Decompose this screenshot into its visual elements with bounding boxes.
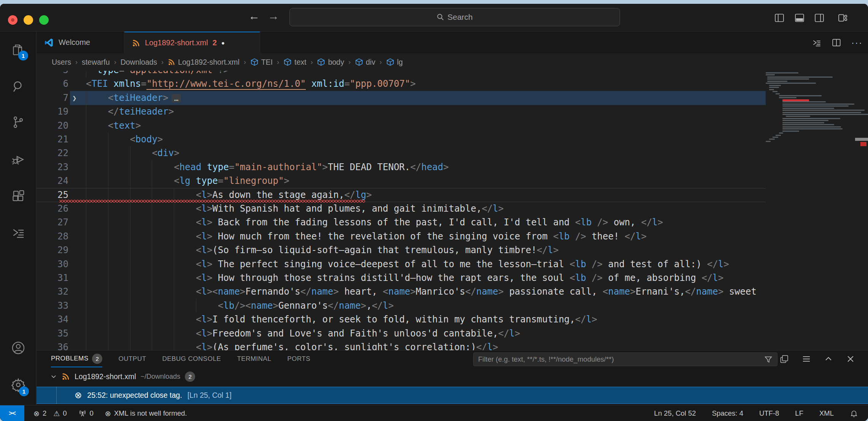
- code-line-30[interactable]: 30<l> The perfect singing voice—deepest …: [37, 257, 766, 271]
- code-line-23[interactable]: 23<head type="main-authorial">THE DEAD T…: [37, 160, 766, 174]
- line-number[interactable]: 22: [37, 146, 68, 160]
- code-line-21[interactable]: 21<body>: [37, 132, 766, 147]
- line-number[interactable]: 34: [37, 313, 68, 327]
- breadcrumb-item-log1892-short-xml[interactable]: Log1892-short.xml: [168, 58, 240, 67]
- line-number[interactable]: 32: [37, 285, 68, 299]
- close-button[interactable]: [8, 15, 17, 25]
- breadcrumb-item-text[interactable]: text: [283, 58, 306, 67]
- problem-error-row[interactable]: ⊗ 25:52: unexpected close tag. [Ln 25, C…: [37, 387, 868, 404]
- chevron-down-icon[interactable]: [50, 373, 57, 380]
- problems-filter-input[interactable]: Filter (e.g. text, **/*.ts, !**/node_mod…: [473, 352, 777, 366]
- line-number[interactable]: 5: [37, 71, 68, 77]
- breadcrumb-item-div[interactable]: div: [355, 58, 375, 67]
- line-number[interactable]: 23: [37, 160, 68, 174]
- remote-indicator[interactable]: ><: [0, 405, 24, 421]
- code-line-7[interactable]: 7❯<teiHeader>…: [37, 91, 766, 105]
- run-debug-icon[interactable]: [0, 146, 37, 173]
- line-number[interactable]: 30: [37, 257, 68, 271]
- encoding-status[interactable]: UTF-8: [759, 409, 779, 418]
- panel-tab-ports[interactable]: PORTS: [287, 351, 310, 367]
- tab-welcome[interactable]: Welcome: [37, 32, 124, 53]
- search-view-icon[interactable]: [0, 73, 37, 100]
- code-line-19[interactable]: 19</teiHeader>: [37, 105, 766, 119]
- line-number[interactable]: 19: [37, 105, 68, 119]
- ports-status[interactable]: 0: [78, 409, 94, 418]
- panel-tab-terminal[interactable]: TERMINAL: [237, 351, 271, 367]
- line-number[interactable]: 7: [37, 91, 68, 105]
- code-line-26[interactable]: 26<l>With Spanish hat and plumes, and ga…: [37, 202, 766, 216]
- code-line-33[interactable]: 33<lb/><name>Gennaro's</name>,</l>: [37, 299, 766, 313]
- breadcrumb-item-body[interactable]: body: [317, 58, 344, 67]
- close-panel-icon[interactable]: [846, 354, 855, 364]
- panel-tab-problems[interactable]: PROBLEMS2: [51, 351, 102, 367]
- scrollbar-thumb[interactable]: [855, 138, 868, 141]
- line-number[interactable]: 33: [37, 299, 68, 313]
- language-mode[interactable]: XML: [819, 409, 834, 418]
- code-line-20[interactable]: 20<text>: [37, 119, 766, 133]
- collapse-all-icon[interactable]: [780, 354, 789, 364]
- line-number[interactable]: 20: [37, 119, 68, 133]
- code-line-27[interactable]: 27<l> Back from the fading lessons of th…: [37, 215, 766, 230]
- overview-ruler[interactable]: [858, 71, 868, 350]
- line-number[interactable]: 6: [37, 77, 68, 91]
- search-input[interactable]: Search: [289, 8, 620, 26]
- settings-gear-icon[interactable]: 1: [0, 371, 37, 399]
- panel-tab-debug-console[interactable]: DEBUG CONSOLE: [162, 351, 221, 367]
- toggle-primary-sidebar-icon[interactable]: [773, 11, 786, 25]
- explorer-icon[interactable]: 1: [0, 36, 37, 64]
- customize-layout-icon[interactable]: [836, 11, 850, 25]
- minimap[interactable]: [766, 71, 858, 350]
- code-line-6[interactable]: 6<TEI xmlns="http://www.tei-c.org/ns/1.0…: [37, 77, 766, 91]
- fold-chevron-icon[interactable]: ❯: [72, 91, 76, 105]
- breadcrumb-item-tei[interactable]: TEI: [250, 58, 273, 67]
- line-number[interactable]: 35: [37, 327, 68, 341]
- indentation-status[interactable]: Spaces: 4: [712, 409, 743, 418]
- line-number[interactable]: 27: [37, 215, 68, 230]
- code-line-36[interactable]: 36<l>(As perfume's, color's, sunlight's …: [37, 340, 766, 350]
- minimize-button[interactable]: [24, 15, 33, 25]
- forward-icon[interactable]: →: [268, 9, 279, 23]
- panel-tab-output[interactable]: OUTPUT: [118, 351, 146, 367]
- breadcrumb-item-downloads[interactable]: Downloads: [121, 58, 157, 67]
- line-number[interactable]: 21: [37, 132, 68, 147]
- tab-active-file[interactable]: Log1892-short.xml 2 ●: [124, 32, 260, 53]
- split-editor-icon[interactable]: [831, 38, 841, 48]
- line-number[interactable]: 31: [37, 271, 68, 285]
- filter-funnel-icon[interactable]: [764, 355, 773, 364]
- line-number[interactable]: 26: [37, 202, 68, 216]
- problems-file-row[interactable]: Log1892-short.xml ~/Downloads 2: [37, 370, 868, 383]
- problems-status[interactable]: ⊗2 ⚠0: [33, 409, 67, 418]
- source-control-icon[interactable]: [0, 108, 37, 136]
- accounts-icon[interactable]: [0, 334, 37, 362]
- eol-status[interactable]: LF: [795, 409, 803, 418]
- code-line-25[interactable]: 25<l>As down the stage again,</lg>: [37, 188, 766, 202]
- back-icon[interactable]: ←: [248, 9, 260, 23]
- indent-format-icon[interactable]: [812, 38, 822, 48]
- code-line-28[interactable]: 28<l> How much from thee! the revelation…: [37, 230, 766, 244]
- custom-view-icon[interactable]: [0, 219, 37, 246]
- line-number[interactable]: 36: [37, 340, 68, 350]
- code-line-29[interactable]: 29<l>(So firm—so liquid-soft—again that …: [37, 243, 766, 257]
- cursor-position[interactable]: Ln 25, Col 52: [654, 409, 696, 418]
- breadcrumb-item-lg[interactable]: lg: [386, 58, 403, 67]
- line-number[interactable]: 24: [37, 174, 68, 188]
- code-line-32[interactable]: 32<l><name>Fernando's</name> heart, <nam…: [37, 285, 766, 299]
- breadcrumb-item-users[interactable]: Users: [52, 58, 71, 67]
- toggle-panel-icon[interactable]: [793, 11, 806, 25]
- code-line-34[interactable]: 34<l>I fold thenceforth, or seek to fold…: [37, 313, 766, 327]
- xml-validation-status[interactable]: ⊗ XML is not well formed.: [105, 409, 187, 418]
- code-line-5[interactable]: 5type="application/xml"?>: [37, 71, 766, 77]
- more-actions-icon[interactable]: ···: [851, 37, 863, 48]
- maximize-panel-icon[interactable]: [824, 354, 833, 364]
- zoom-button[interactable]: [39, 15, 49, 25]
- code-line-35[interactable]: 35<l>Freedom's and Love's and Faith's un…: [37, 327, 766, 341]
- code-line-31[interactable]: 31<l> How through those strains distill'…: [37, 271, 766, 285]
- code-line-22[interactable]: 22<div>: [37, 146, 766, 160]
- notifications-bell-icon[interactable]: [850, 409, 858, 418]
- extensions-icon[interactable]: [0, 182, 37, 210]
- toggle-secondary-sidebar-icon[interactable]: [812, 11, 826, 25]
- view-as-table-icon[interactable]: [802, 354, 811, 364]
- breadcrumb-item-stewarfu[interactable]: stewarfu: [82, 58, 110, 67]
- code-editor[interactable]: 5type="application/xml"?>6<TEI xmlns="ht…: [37, 71, 868, 350]
- line-number[interactable]: 29: [37, 243, 68, 257]
